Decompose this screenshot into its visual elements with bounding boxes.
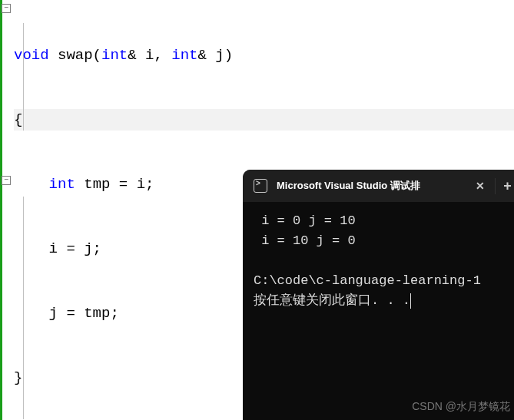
console-output[interactable]: i = 0 j = 10 i = 10 j = 0 C:\code\c-lang… bbox=[243, 202, 514, 320]
new-tab-icon[interactable]: + bbox=[495, 178, 512, 194]
keyword: void bbox=[14, 47, 49, 64]
output-line: C:\code\c-language-learning-1 bbox=[254, 273, 481, 288]
text-cursor bbox=[410, 293, 411, 309]
keyword: int bbox=[101, 47, 128, 64]
code-span bbox=[14, 176, 49, 193]
code-span: swap( bbox=[49, 47, 101, 64]
change-marker bbox=[0, 0, 2, 420]
code-span: i = j; bbox=[14, 240, 101, 257]
keyword: int bbox=[49, 176, 75, 193]
debug-console-window: Microsoft Visual Studio 调试排 ✕ + i = 0 j … bbox=[243, 170, 514, 420]
fold-toggle-icon[interactable] bbox=[2, 176, 11, 185]
code-span: & i, bbox=[128, 47, 171, 64]
console-title: Microsoft Visual Studio 调试排 bbox=[277, 179, 466, 193]
code-span: } bbox=[14, 369, 22, 386]
fold-toggle-icon[interactable] bbox=[2, 4, 11, 13]
code-span: & j) bbox=[197, 47, 233, 64]
output-line: 按任意键关闭此窗口. . . bbox=[254, 293, 410, 308]
keyword: int bbox=[171, 47, 197, 64]
console-titlebar[interactable]: Microsoft Visual Studio 调试排 ✕ + bbox=[243, 170, 514, 202]
editor-gutter bbox=[0, 0, 12, 420]
code-span: tmp = i; bbox=[75, 176, 154, 193]
code-span: { bbox=[14, 111, 22, 128]
close-icon[interactable]: ✕ bbox=[472, 180, 489, 192]
output-line: i = 0 j = 10 bbox=[254, 213, 356, 228]
output-line: i = 10 j = 0 bbox=[254, 233, 356, 248]
watermark-text: CSDN @水月梦镜花 bbox=[412, 400, 510, 414]
code-text[interactable]: void swap(int& i, int& j) { int tmp = i;… bbox=[14, 2, 233, 420]
terminal-icon bbox=[254, 179, 267, 193]
code-span: j = tmp; bbox=[14, 305, 119, 322]
